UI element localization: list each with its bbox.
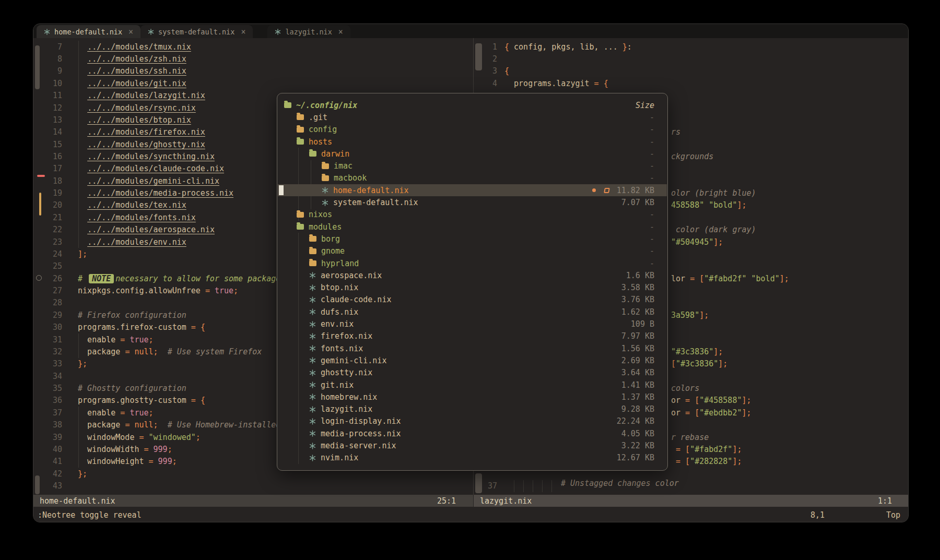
- tree-row-home-default.nix[interactable]: home-default.nix11.82 KB: [278, 184, 667, 196]
- code-line-43[interactable]: 43: [33, 480, 473, 492]
- tree-row-config[interactable]: config-: [278, 124, 667, 136]
- code-segment: ../../modules/aerospace.nix: [87, 225, 215, 234]
- nix-icon: [309, 394, 316, 400]
- line-number: 36: [33, 396, 62, 405]
- tree-row-aerospace.nix[interactable]: aerospace.nix1.6 KB: [278, 269, 667, 281]
- tree-row-.git[interactable]: .git-: [278, 111, 667, 123]
- line-number: 21: [33, 213, 62, 222]
- line-number: 42: [33, 469, 62, 479]
- tree-row-gnome[interactable]: gnome-: [278, 245, 667, 257]
- file-size: 1.37 KB: [621, 392, 654, 402]
- tree-row-media-server.nix[interactable]: media-server.nix3.22 KB: [278, 439, 667, 451]
- code-segment: [68, 237, 87, 247]
- neotree-float-window[interactable]: ~/.config/nixSize.git-config-hosts-darwi…: [277, 93, 668, 471]
- git-modified-dot-icon: [592, 188, 596, 192]
- file-size: 1.6 KB: [626, 271, 654, 280]
- code-line-4[interactable]: 4 programs.lazygit = {: [474, 77, 909, 89]
- code-segment: [144, 433, 149, 442]
- code-segment: null: [134, 347, 153, 356]
- tree-row-git.nix[interactable]: git.nix1.41 KB: [278, 379, 667, 391]
- tree-row-modules[interactable]: modules-: [278, 221, 667, 233]
- line-number: 19: [33, 188, 62, 198]
- size-placeholder: -: [650, 137, 654, 147]
- tree-item-label: .git: [309, 113, 327, 122]
- code-line-2[interactable]: 2: [474, 53, 909, 65]
- tab-home-default.nix[interactable]: home-default.nix×: [37, 25, 140, 38]
- tree-root-row[interactable]: ~/.config/nixSize: [278, 99, 667, 111]
- code-line-7[interactable]: 7 ../../modules/tmux.nix: [33, 41, 473, 53]
- tree-item-label: env.nix: [321, 319, 354, 329]
- tree-row-borg[interactable]: borg-: [278, 233, 667, 245]
- size-placeholder: -: [650, 234, 654, 244]
- code-segment: =: [191, 323, 196, 332]
- tree-row-btop.nix[interactable]: btop.nix3.58 KB: [278, 282, 667, 294]
- tab-system-default.nix[interactable]: system-default.nix×: [140, 25, 253, 38]
- line-number: 3: [474, 66, 497, 76]
- code-segment: ../../modules/claude-code.nix: [87, 164, 224, 173]
- tree-row-ghostty.nix[interactable]: ghostty.nix3.64 KB: [278, 367, 667, 379]
- code-segment: true: [130, 335, 148, 344]
- line-number: 27: [33, 286, 62, 295]
- close-icon[interactable]: ×: [241, 27, 245, 37]
- code-segment: ;: [196, 433, 201, 442]
- code-line-9[interactable]: 9 ../../modules/ssh.nix: [33, 65, 473, 77]
- code-segment: ../../modules/fonts.nix: [87, 213, 196, 222]
- tree-row-firefox.nix[interactable]: firefox.nix7.97 KB: [278, 330, 667, 342]
- line-number: 43: [33, 481, 62, 491]
- tree-row-gemini-cli.nix[interactable]: gemini-cli.nix2.69 KB: [278, 354, 667, 366]
- tree-row-hyprland[interactable]: hyprland-: [278, 257, 667, 269]
- tree-row-nvim.nix[interactable]: nvim.nix12.67 KB: [278, 452, 667, 464]
- line-number: 31: [33, 335, 62, 344]
- line-number: 17: [33, 164, 62, 173]
- nix-icon: [322, 199, 328, 206]
- code-segment: ];: [699, 311, 709, 320]
- code-segment: ../../modules/ghostty.nix: [87, 140, 205, 149]
- tree-row-hosts[interactable]: hosts-: [278, 136, 667, 148]
- close-icon[interactable]: ×: [128, 27, 133, 37]
- tree-row-imac[interactable]: imac-: [278, 160, 667, 172]
- tree-row-login-display.nix[interactable]: login-display.nix22.24 KB: [278, 415, 667, 427]
- size-placeholder: -: [650, 161, 654, 171]
- tree-row-claude-code.nix[interactable]: claude-code.nix3.76 KB: [278, 294, 667, 306]
- line-number: 18: [33, 176, 62, 186]
- code-line-fragment: "#504945"];: [671, 236, 723, 248]
- file-size: 7.97 KB: [621, 331, 654, 341]
- tree-row-darwin[interactable]: darwin-: [278, 148, 667, 160]
- tree-item-label: config: [309, 125, 337, 134]
- tree-row-lazygit.nix[interactable]: lazygit.nix9.28 KB: [278, 403, 667, 415]
- code-segment: nixpkgs.config.allowUnfree: [68, 286, 205, 295]
- code-line-8[interactable]: 8 ../../modules/zsh.nix: [33, 53, 473, 65]
- tree-row-macbook[interactable]: macbook-: [278, 172, 667, 184]
- code-segment: "#ebdbb2": [699, 408, 742, 418]
- tree-row-media-process.nix[interactable]: media-process.nix4.05 KB: [278, 427, 667, 439]
- command-line[interactable]: :Neotree toggle reveal 8,1 Top: [33, 507, 908, 522]
- tree-item-label: firefox.nix: [321, 331, 372, 341]
- code-segment: enable: [68, 335, 120, 344]
- line-number: 9: [33, 66, 62, 76]
- code-segment: = [: [676, 445, 690, 454]
- tree-row-fonts.nix[interactable]: fonts.nix1.56 KB: [278, 342, 667, 354]
- tree-row-homebrew.nix[interactable]: homebrew.nix1.37 KB: [278, 391, 667, 403]
- code-segment: windowHeight: [68, 457, 149, 466]
- folder-icon: [309, 260, 316, 266]
- nix-icon: [309, 443, 316, 449]
- code-segment: ;: [149, 408, 154, 418]
- line-number: 22: [33, 225, 62, 234]
- code-line-37[interactable]: 37: [474, 480, 909, 492]
- size-placeholder: -: [650, 149, 654, 159]
- code-segment: {: [504, 66, 509, 76]
- close-icon[interactable]: ×: [338, 27, 343, 37]
- tree-item-label: aerospace.nix: [321, 271, 382, 280]
- tree-row-system-default.nix[interactable]: system-default.nix7.07 KB: [278, 196, 667, 208]
- code-segment: =: [139, 433, 144, 442]
- code-segment: ];: [718, 359, 727, 368]
- tree-row-nixos[interactable]: nixos-: [278, 209, 667, 221]
- tree-row-env.nix[interactable]: env.nix109 B: [278, 318, 667, 330]
- code-line-10[interactable]: 10 ../../modules/git.nix: [33, 77, 473, 89]
- code-segment: null: [134, 420, 153, 430]
- tab-lazygit.nix[interactable]: lazygit.nix×: [267, 25, 350, 38]
- tree-row-dufs.nix[interactable]: dufs.nix1.62 KB: [278, 306, 667, 318]
- code-line-1[interactable]: 1{ config, pkgs, lib, ... }:: [474, 41, 909, 53]
- size-placeholder: -: [650, 259, 654, 268]
- code-line-3[interactable]: 3{: [474, 65, 909, 77]
